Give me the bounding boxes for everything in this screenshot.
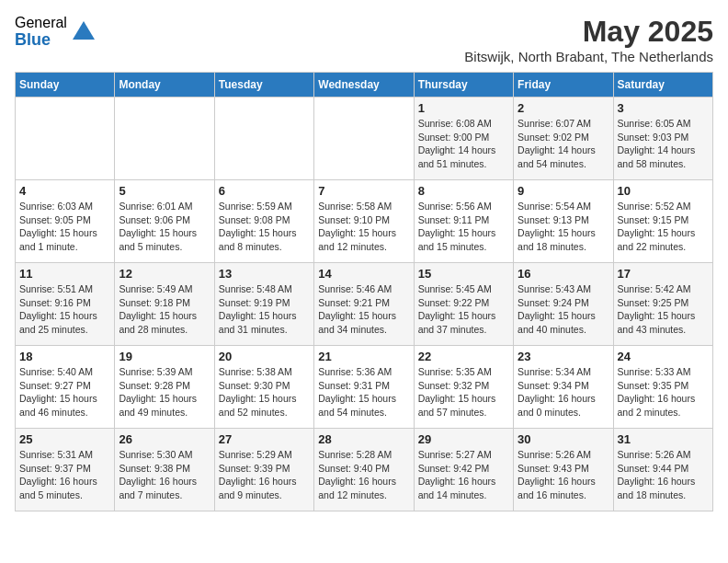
title-block: May 2025 Bitswijk, North Brabant, The Ne…	[464, 15, 713, 64]
calendar-cell: 10Sunrise: 5:52 AM Sunset: 9:15 PM Dayli…	[613, 180, 712, 263]
day-number: 15	[418, 267, 509, 281]
day-info: Sunrise: 5:30 AM Sunset: 9:38 PM Dayligh…	[119, 448, 210, 502]
day-number: 24	[618, 350, 709, 363]
day-number: 20	[219, 350, 310, 363]
header-monday: Monday	[115, 73, 214, 98]
day-number: 5	[119, 184, 210, 198]
calendar-cell	[115, 98, 214, 180]
calendar-cell: 27Sunrise: 5:29 AM Sunset: 9:39 PM Dayli…	[214, 429, 313, 511]
calendar-cell: 20Sunrise: 5:38 AM Sunset: 9:30 PM Dayli…	[214, 346, 313, 429]
day-info: Sunrise: 5:46 AM Sunset: 9:21 PM Dayligh…	[318, 282, 409, 337]
day-info: Sunrise: 5:43 AM Sunset: 9:24 PM Dayligh…	[518, 282, 609, 337]
day-number: 22	[418, 350, 509, 363]
day-info: Sunrise: 6:03 AM Sunset: 9:05 PM Dayligh…	[19, 200, 110, 254]
day-info: Sunrise: 5:27 AM Sunset: 9:42 PM Dayligh…	[418, 448, 509, 502]
day-info: Sunrise: 5:26 AM Sunset: 9:43 PM Dayligh…	[518, 448, 609, 502]
day-number: 14	[318, 267, 409, 281]
day-number: 1	[418, 101, 509, 115]
calendar-cell: 30Sunrise: 5:26 AM Sunset: 9:43 PM Dayli…	[514, 429, 613, 511]
day-number: 21	[318, 350, 409, 363]
day-number: 30	[518, 432, 609, 446]
calendar-cell: 15Sunrise: 5:45 AM Sunset: 9:22 PM Dayli…	[414, 263, 513, 346]
day-info: Sunrise: 5:26 AM Sunset: 9:44 PM Dayligh…	[618, 448, 709, 502]
day-number: 8	[418, 184, 509, 198]
day-number: 6	[219, 184, 310, 198]
week-row-5: 25Sunrise: 5:31 AM Sunset: 9:37 PM Dayli…	[16, 429, 713, 511]
day-number: 12	[119, 267, 210, 281]
header-wednesday: Wednesday	[314, 73, 414, 98]
calendar-cell: 11Sunrise: 5:51 AM Sunset: 9:16 PM Dayli…	[16, 263, 115, 346]
week-row-1: 1Sunrise: 6:08 AM Sunset: 9:00 PM Daylig…	[16, 98, 713, 180]
day-info: Sunrise: 6:05 AM Sunset: 9:03 PM Dayligh…	[618, 117, 709, 171]
day-info: Sunrise: 5:54 AM Sunset: 9:13 PM Dayligh…	[518, 200, 609, 254]
calendar-cell: 25Sunrise: 5:31 AM Sunset: 9:37 PM Dayli…	[16, 429, 115, 511]
day-number: 31	[618, 432, 709, 446]
calendar-cell: 17Sunrise: 5:42 AM Sunset: 9:25 PM Dayli…	[613, 263, 712, 346]
calendar-cell: 28Sunrise: 5:28 AM Sunset: 9:40 PM Dayli…	[314, 429, 414, 511]
calendar-cell: 29Sunrise: 5:27 AM Sunset: 9:42 PM Dayli…	[414, 429, 513, 511]
logo: General Blue	[15, 15, 97, 49]
svg-marker-0	[73, 21, 95, 40]
day-info: Sunrise: 5:48 AM Sunset: 9:19 PM Dayligh…	[219, 282, 310, 337]
calendar-cell: 21Sunrise: 5:36 AM Sunset: 9:31 PM Dayli…	[314, 346, 414, 429]
calendar-cell: 2Sunrise: 6:07 AM Sunset: 9:02 PM Daylig…	[514, 98, 613, 180]
logo-icon	[71, 19, 97, 45]
day-number: 23	[518, 350, 609, 363]
day-number: 18	[19, 350, 110, 363]
day-info: Sunrise: 5:42 AM Sunset: 9:25 PM Dayligh…	[618, 282, 709, 337]
calendar-header-row: SundayMondayTuesdayWednesdayThursdayFrid…	[16, 73, 713, 98]
calendar-cell: 24Sunrise: 5:33 AM Sunset: 9:35 PM Dayli…	[613, 346, 712, 429]
calendar-cell: 7Sunrise: 5:58 AM Sunset: 9:10 PM Daylig…	[314, 180, 414, 263]
day-number: 16	[518, 267, 609, 281]
logo-text: General Blue	[15, 15, 67, 49]
header-tuesday: Tuesday	[214, 73, 313, 98]
calendar-cell: 5Sunrise: 6:01 AM Sunset: 9:06 PM Daylig…	[115, 180, 214, 263]
calendar-cell	[314, 98, 414, 180]
calendar-cell: 3Sunrise: 6:05 AM Sunset: 9:03 PM Daylig…	[613, 98, 712, 180]
day-info: Sunrise: 5:59 AM Sunset: 9:08 PM Dayligh…	[219, 200, 310, 254]
day-number: 27	[219, 432, 310, 446]
day-number: 28	[318, 432, 409, 446]
week-row-3: 11Sunrise: 5:51 AM Sunset: 9:16 PM Dayli…	[16, 263, 713, 346]
calendar-cell: 22Sunrise: 5:35 AM Sunset: 9:32 PM Dayli…	[414, 346, 513, 429]
location: Bitswijk, North Brabant, The Netherlands	[464, 49, 713, 64]
day-info: Sunrise: 5:58 AM Sunset: 9:10 PM Dayligh…	[318, 200, 409, 254]
calendar-cell: 13Sunrise: 5:48 AM Sunset: 9:19 PM Dayli…	[214, 263, 313, 346]
calendar-cell: 1Sunrise: 6:08 AM Sunset: 9:00 PM Daylig…	[414, 98, 513, 180]
day-info: Sunrise: 5:45 AM Sunset: 9:22 PM Dayligh…	[418, 282, 509, 337]
logo-general: General	[15, 15, 67, 31]
calendar-cell: 26Sunrise: 5:30 AM Sunset: 9:38 PM Dayli…	[115, 429, 214, 511]
calendar-cell: 31Sunrise: 5:26 AM Sunset: 9:44 PM Dayli…	[613, 429, 712, 511]
calendar-cell: 18Sunrise: 5:40 AM Sunset: 9:27 PM Dayli…	[16, 346, 115, 429]
day-info: Sunrise: 5:38 AM Sunset: 9:30 PM Dayligh…	[219, 365, 310, 419]
day-info: Sunrise: 5:31 AM Sunset: 9:37 PM Dayligh…	[19, 448, 110, 502]
day-number: 2	[518, 101, 609, 115]
day-number: 4	[19, 184, 110, 198]
page-header: General Blue May 2025 Bitswijk, North Br…	[15, 15, 713, 64]
day-number: 13	[219, 267, 310, 281]
day-number: 29	[418, 432, 509, 446]
day-info: Sunrise: 5:33 AM Sunset: 9:35 PM Dayligh…	[618, 365, 709, 419]
day-info: Sunrise: 5:28 AM Sunset: 9:40 PM Dayligh…	[318, 448, 409, 502]
day-info: Sunrise: 6:01 AM Sunset: 9:06 PM Dayligh…	[119, 200, 210, 254]
day-number: 11	[19, 267, 110, 281]
calendar-cell: 12Sunrise: 5:49 AM Sunset: 9:18 PM Dayli…	[115, 263, 214, 346]
day-number: 9	[518, 184, 609, 198]
header-thursday: Thursday	[414, 73, 513, 98]
day-number: 10	[618, 184, 709, 198]
logo-blue: Blue	[15, 31, 67, 50]
day-info: Sunrise: 5:51 AM Sunset: 9:16 PM Dayligh…	[19, 282, 110, 337]
calendar-cell: 9Sunrise: 5:54 AM Sunset: 9:13 PM Daylig…	[514, 180, 613, 263]
week-row-4: 18Sunrise: 5:40 AM Sunset: 9:27 PM Dayli…	[16, 346, 713, 429]
calendar-cell: 23Sunrise: 5:34 AM Sunset: 9:34 PM Dayli…	[514, 346, 613, 429]
day-number: 7	[318, 184, 409, 198]
day-number: 26	[119, 432, 210, 446]
month-title: May 2025	[464, 15, 713, 49]
calendar-cell: 14Sunrise: 5:46 AM Sunset: 9:21 PM Dayli…	[314, 263, 414, 346]
day-info: Sunrise: 5:40 AM Sunset: 9:27 PM Dayligh…	[19, 365, 110, 419]
day-info: Sunrise: 5:34 AM Sunset: 9:34 PM Dayligh…	[518, 365, 609, 419]
header-friday: Friday	[514, 73, 613, 98]
day-info: Sunrise: 5:35 AM Sunset: 9:32 PM Dayligh…	[418, 365, 509, 419]
calendar-cell: 4Sunrise: 6:03 AM Sunset: 9:05 PM Daylig…	[16, 180, 115, 263]
day-info: Sunrise: 5:52 AM Sunset: 9:15 PM Dayligh…	[618, 200, 709, 254]
